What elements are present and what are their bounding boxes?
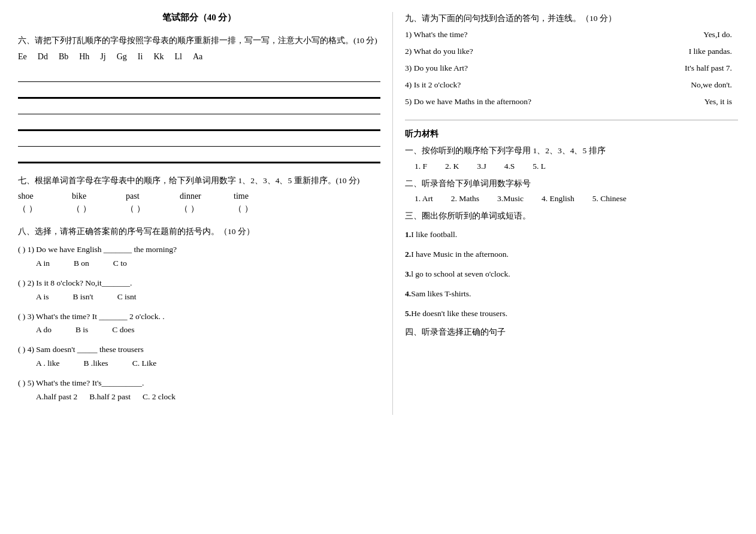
question-options: A.half past 2B.half 2 pastC. 2 clock [36, 390, 380, 404]
qa-pair: 2) What do you like?I like pandas. [405, 47, 738, 56]
word-number-item: 1. Art [415, 194, 433, 204]
question-text: ( ) 4) Sam doesn't _____ these trousers [18, 343, 380, 357]
option-item: A is [36, 290, 49, 304]
listen3-header: 三、圈出你所听到的单词或短语。 [405, 210, 738, 223]
question-options: A . likeB .likesC. Like [36, 357, 380, 371]
left-column: 笔试部分（40 分） 六、请把下列打乱顺序的字母按照字母表的顺序重新排一排，写一… [18, 12, 392, 415]
qa-pair: 3) Do you like Art?It's half past 7. [405, 63, 738, 73]
alphabet-letter: Aa [193, 52, 202, 62]
letter-item: 2. K [445, 162, 459, 171]
option-item: A in [36, 257, 50, 271]
option-item: C isnt [117, 290, 137, 304]
qa-question: 4) Is it 2 o'clock? [405, 80, 568, 90]
option-item: B on [74, 257, 89, 271]
qa-answer: No,we don't. [568, 80, 738, 90]
words-row: shoebikepastdinnertime [18, 192, 380, 201]
circle-item-text: Sam likes T-shirts. [411, 289, 471, 298]
write-lines-group [18, 70, 380, 163]
question-text: ( ) 3) What's the time? It _______ 2 o'c… [18, 310, 380, 324]
qa-question: 3) Do you like Art? [405, 63, 568, 73]
word-item: time [234, 192, 270, 201]
circle-item-num: 4. [405, 289, 411, 298]
option-item: C. 2 clock [143, 390, 176, 404]
blank-item: （ ） [72, 204, 108, 214]
write-line-4 [18, 118, 380, 131]
option-item: B.half 2 past [89, 390, 131, 404]
word-number-item: 4. English [542, 194, 574, 204]
circle-item-num: 5. [405, 309, 411, 318]
qa-answer: Yes,I do. [568, 30, 738, 40]
qa-answer: It's half past 7. [568, 63, 738, 73]
option-item: C does [112, 323, 134, 337]
blank-item: （ ） [126, 204, 162, 214]
question-options: A isB isn'tC isnt [36, 290, 380, 304]
letter-item: 3.J [477, 162, 486, 171]
alphabet-letter: Ee [18, 52, 27, 62]
questions-container: ( ) 1) Do we have English _______ the mo… [18, 243, 380, 404]
write-line-5 [18, 135, 380, 147]
word-item: past [126, 192, 162, 201]
blank-item: （ ） [18, 204, 54, 214]
alphabet-row: EeDdBbHhJjGgIiKkLlAa [18, 52, 380, 62]
qa-question: 2) What do you like? [405, 47, 568, 56]
option-item: A do [36, 323, 52, 337]
section7-header: 七、根据单词首字母在字母表中的顺序，给下列单词用数字 1、2、3、4、5 重新排… [18, 174, 380, 187]
circle-item: 5.He doesn't like these trousers. [405, 307, 738, 321]
section-8: 八、选择，请将正确答案前的序号写在题前的括号内。（10 分） ( ) 1) Do… [18, 225, 380, 404]
alphabet-letter: Hh [79, 52, 89, 62]
listen2-header: 二、听录音给下列单词用数字标号 [405, 177, 738, 191]
qa-pair: 1) What's the time?Yes,I do. [405, 30, 738, 40]
circle-item-text: l go to school at seven o'clock. [411, 269, 510, 278]
alphabet-letter: Bb [59, 52, 68, 62]
circle-item-text: I have Music in the afternoon. [411, 250, 509, 259]
option-item: B .likes [83, 357, 108, 371]
word-item: bike [72, 192, 108, 201]
right-column: 九、请为下面的问句找到合适的答句，并连线。（10 分） 1) What's th… [392, 12, 738, 415]
word-item: dinner [180, 192, 216, 201]
word-number-item: 3.Music [497, 194, 524, 204]
circle-item: 2.I have Music in the afternoon. [405, 248, 738, 262]
letters-row: 1. F2. K3.J4.S5. L [415, 162, 738, 171]
listen4-header: 四、听录音选择正确的句子 [405, 327, 738, 338]
question-item: ( ) 5) What's the time? It's__________.A… [18, 377, 380, 404]
listening-title: 听力材料 [405, 129, 738, 139]
circle-item: 1.I like football. [405, 228, 738, 242]
write-line-3 [18, 102, 380, 114]
alphabet-letter: Ll [175, 52, 182, 62]
section-9: 九、请为下面的问句找到合适的答句，并连线。（10 分） 1) What's th… [405, 12, 738, 107]
circle-item: 4.Sam likes T-shirts. [405, 287, 738, 301]
listen1-header: 一、按你听到的顺序给下列字母用 1、2、3、4、5 排序 [405, 144, 738, 158]
letter-item: 4.S [504, 162, 515, 171]
circle-item-num: 2. [405, 250, 411, 259]
option-item: A . like [36, 357, 59, 371]
question-text: ( ) 1) Do we have English _______ the mo… [18, 243, 380, 257]
question-item: ( ) 3) What's the time? It _______ 2 o'c… [18, 310, 380, 338]
words-number-row: 1. Art2. Maths3.Music4. English5. Chines… [415, 194, 738, 204]
write-line-1 [18, 70, 380, 82]
section6-header: 六、请把下列打乱顺序的字母按照字母表的顺序重新排一排，写一写，注意大小写的格式。… [18, 34, 380, 47]
blank-row: （ ）（ ）（ ）（ ）（ ） [18, 204, 380, 214]
word-number-item: 2. Maths [451, 194, 479, 204]
question-item: ( ) 2) Is it 8 o'clock? No,it_______.A i… [18, 277, 380, 304]
write-line-6 [18, 150, 380, 163]
section9-header: 九、请为下面的问句找到合适的答句，并连线。（10 分） [405, 12, 738, 25]
top-title: 笔试部分（40 分） [18, 12, 380, 23]
qa-answer: I like pandas. [568, 47, 738, 56]
divider [405, 120, 738, 120]
qa-answer: Yes, it is [568, 97, 738, 107]
section-7: 七、根据单词首字母在字母表中的顺序，给下列单词用数字 1、2、3、4、5 重新排… [18, 174, 380, 215]
write-line-2 [18, 86, 380, 99]
qa-pair: 5) Do we have Maths in the afternoon?Yes… [405, 97, 738, 107]
question-options: A inB onC to [36, 257, 380, 271]
question-item: ( ) 1) Do we have English _______ the mo… [18, 243, 380, 271]
blank-item: （ ） [234, 204, 270, 214]
alphabet-letter: Jj [100, 52, 105, 62]
circle-item-num: 1. [405, 230, 411, 239]
blank-item: （ ） [180, 204, 216, 214]
word-number-item: 5. Chinese [592, 194, 627, 204]
circle-item-text: I like football. [411, 230, 457, 239]
letter-item: 1. F [415, 162, 427, 171]
alphabet-letter: Kk [153, 52, 164, 62]
circle-item: 3.l go to school at seven o'clock. [405, 268, 738, 281]
qa-pair: 4) Is it 2 o'clock?No,we don't. [405, 80, 738, 90]
